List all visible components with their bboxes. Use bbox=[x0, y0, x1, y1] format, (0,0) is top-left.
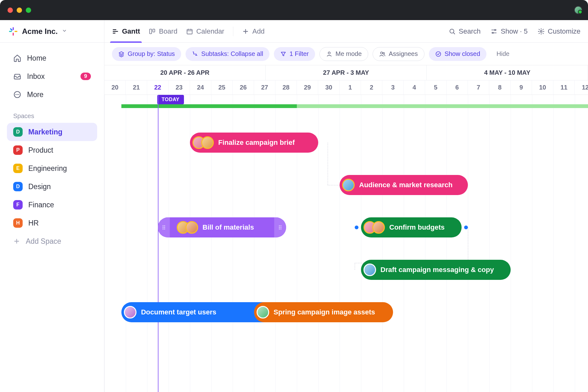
task-label: Finalize campaign brief bbox=[218, 139, 295, 147]
customize-button[interactable]: Customize bbox=[538, 27, 580, 35]
window-close-button[interactable] bbox=[8, 8, 13, 13]
workspace-name: Acme Inc. bbox=[22, 27, 58, 36]
dependency-line bbox=[468, 227, 468, 263]
day-header[interactable]: 24 bbox=[190, 80, 211, 95]
sidebar-space-finance[interactable]: FFinance bbox=[7, 196, 97, 214]
filter-pill[interactable]: 1 Filter bbox=[274, 47, 315, 61]
me-mode-pill[interactable]: Me mode bbox=[319, 47, 368, 61]
sidebar-space-marketing[interactable]: DMarketing bbox=[7, 123, 97, 141]
day-header[interactable]: 9 bbox=[511, 80, 532, 95]
people-icon bbox=[379, 51, 386, 57]
day-header[interactable]: 27 bbox=[254, 80, 275, 95]
nav-home[interactable]: Home bbox=[7, 49, 97, 67]
svg-point-1 bbox=[15, 94, 16, 95]
day-header[interactable]: 22 bbox=[147, 80, 169, 95]
window-titlebar bbox=[0, 0, 588, 20]
day-header[interactable]: 1 bbox=[340, 80, 361, 95]
day-header[interactable]: 3 bbox=[382, 80, 404, 95]
window-minimize-button[interactable] bbox=[17, 8, 22, 13]
calendar-icon bbox=[186, 28, 193, 35]
day-header[interactable]: 8 bbox=[489, 80, 511, 95]
space-badge: H bbox=[13, 218, 23, 228]
day-header[interactable]: 30 bbox=[318, 80, 340, 95]
day-header[interactable]: 28 bbox=[275, 80, 297, 95]
user-avatar[interactable] bbox=[574, 6, 582, 14]
svg-rect-6 bbox=[187, 29, 192, 34]
day-header[interactable]: 29 bbox=[297, 80, 318, 95]
gear-icon bbox=[538, 28, 545, 35]
space-badge: E bbox=[13, 164, 23, 173]
gantt-task-bar[interactable]: Audience & market research bbox=[340, 175, 468, 195]
search-button[interactable]: Search bbox=[449, 27, 481, 35]
day-header[interactable]: 26 bbox=[233, 80, 254, 95]
gantt-task-bar[interactable]: Spring campaign image assets bbox=[254, 302, 393, 322]
day-header[interactable]: 21 bbox=[126, 80, 147, 95]
svg-point-19 bbox=[163, 228, 164, 230]
nav-home-label: Home bbox=[27, 54, 46, 63]
show-button[interactable]: Show · 5 bbox=[491, 27, 528, 35]
add-space-button[interactable]: Add Space bbox=[7, 232, 97, 250]
svg-point-15 bbox=[163, 225, 164, 226]
me-mode-label: Me mode bbox=[336, 50, 362, 57]
tab-calendar[interactable]: Calendar bbox=[186, 20, 224, 43]
day-header[interactable]: 25 bbox=[211, 80, 233, 95]
traffic-lights bbox=[8, 8, 31, 13]
subtasks-pill[interactable]: Subtasks: Collapse all bbox=[186, 47, 269, 61]
tab-gantt[interactable]: Gantt bbox=[112, 20, 140, 43]
main-content: Gantt Board Calendar Add Search bbox=[104, 20, 588, 392]
day-header[interactable]: 20 bbox=[104, 80, 126, 95]
day-header[interactable]: 2 bbox=[361, 80, 382, 95]
gantt-task-bar[interactable]: Confirm budgets bbox=[361, 217, 462, 237]
week-header: 27 APR - 3 MAY bbox=[266, 65, 427, 80]
sidebar-space-design[interactable]: DDesign bbox=[7, 177, 97, 196]
svg-point-25 bbox=[279, 228, 280, 230]
day-header[interactable]: 11 bbox=[553, 80, 575, 95]
today-line bbox=[158, 95, 158, 392]
svg-point-20 bbox=[164, 228, 165, 230]
task-label: Audience & market research bbox=[359, 181, 452, 189]
gridline bbox=[361, 95, 361, 392]
gantt-task-bar[interactable]: Bill of materials bbox=[158, 217, 286, 237]
day-header[interactable]: 7 bbox=[468, 80, 489, 95]
day-header[interactable]: 12 bbox=[575, 80, 588, 95]
dependency-dot[interactable] bbox=[464, 226, 468, 229]
filter-icon bbox=[280, 51, 286, 57]
nav-inbox[interactable]: Inbox 9 bbox=[7, 67, 97, 85]
assignee-avatars bbox=[192, 136, 214, 149]
day-header[interactable]: 4 bbox=[404, 80, 425, 95]
dependency-line bbox=[328, 185, 340, 185]
group-by-pill[interactable]: Group by: Status bbox=[112, 47, 181, 61]
gantt-task-bar[interactable]: Draft campaign messaging & copy bbox=[361, 260, 511, 280]
add-space-label: Add Space bbox=[26, 237, 61, 246]
sidebar-space-hr[interactable]: HHR bbox=[7, 214, 97, 232]
day-header[interactable]: 5 bbox=[425, 80, 447, 95]
hide-toolbar-link[interactable]: Hide bbox=[496, 50, 509, 57]
day-header[interactable]: 23 bbox=[169, 80, 190, 95]
drag-handle-left[interactable] bbox=[158, 217, 170, 237]
home-icon bbox=[13, 54, 21, 62]
gridline bbox=[489, 95, 490, 392]
gantt-task-bar[interactable]: Finalize campaign brief bbox=[190, 133, 318, 153]
gantt-chart-area[interactable]: Finalize campaign briefAudience & market… bbox=[104, 95, 588, 392]
more-icon bbox=[13, 90, 21, 99]
svg-point-2 bbox=[17, 94, 18, 95]
window-zoom-button[interactable] bbox=[26, 8, 31, 13]
dependency-dot[interactable] bbox=[355, 226, 358, 229]
day-header[interactable]: 10 bbox=[532, 80, 553, 95]
day-header[interactable]: 6 bbox=[447, 80, 468, 95]
sidebar-space-product[interactable]: PProduct bbox=[7, 141, 97, 159]
sidebar-space-engineering[interactable]: EEngineering bbox=[7, 159, 97, 177]
tab-board[interactable]: Board bbox=[149, 20, 177, 43]
tab-add-view[interactable]: Add bbox=[242, 20, 264, 43]
workspace-switcher[interactable]: Acme Inc. bbox=[0, 20, 104, 43]
gantt-timeline[interactable]: 20 APR - 26 APR27 APR - 3 MAY4 MAY - 10 … bbox=[104, 65, 588, 392]
svg-rect-4 bbox=[150, 29, 152, 34]
week-header: 4 MAY - 10 MAY bbox=[427, 65, 588, 80]
show-closed-pill[interactable]: Show closed bbox=[429, 47, 486, 61]
nav-more[interactable]: More bbox=[7, 85, 97, 104]
drag-handle-right[interactable] bbox=[274, 217, 286, 237]
assignees-pill[interactable]: Assignees bbox=[373, 47, 424, 61]
gridline bbox=[575, 95, 575, 392]
dependency-line bbox=[328, 143, 328, 185]
gantt-task-bar[interactable]: Document target users bbox=[121, 302, 275, 322]
